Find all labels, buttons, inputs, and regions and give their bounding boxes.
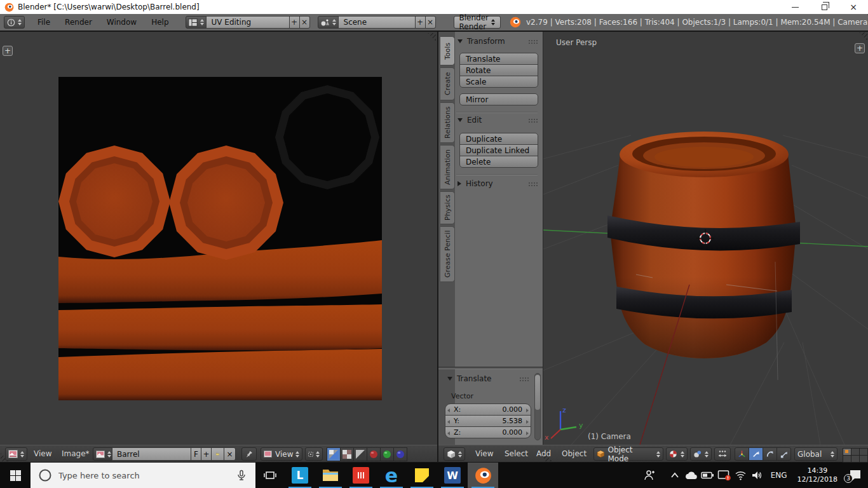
editor-type-button-info[interactable]: [4, 16, 25, 29]
draw-channel-color-alpha-button[interactable]: [327, 447, 341, 461]
rotate-button[interactable]: Rotate: [459, 64, 538, 76]
battery-icon[interactable]: [700, 463, 716, 488]
translate-button[interactable]: Translate: [459, 53, 538, 65]
menu-render[interactable]: Render: [65, 18, 92, 27]
menu-view[interactable]: View: [34, 449, 51, 458]
layer-cell[interactable]: [851, 449, 859, 455]
browse-image-button[interactable]: [93, 447, 114, 461]
task-view-button[interactable]: [255, 463, 285, 488]
layers-widget[interactable]: [843, 448, 868, 463]
taskbar-search[interactable]: [31, 463, 255, 488]
layer-cell[interactable]: [843, 449, 851, 455]
mirror-button[interactable]: Mirror: [459, 93, 538, 105]
mode-select[interactable]: Object Mode: [593, 447, 663, 461]
add-scene-button[interactable]: +: [415, 16, 426, 29]
scrollbar-thumb[interactable]: [535, 375, 540, 410]
viewport-shading-select[interactable]: [666, 447, 688, 461]
manipulate-center-points-toggle[interactable]: [714, 447, 731, 461]
scene-field[interactable]: Scene: [338, 16, 416, 29]
manipulator-translate-button[interactable]: [749, 447, 763, 461]
region-splitter[interactable]: [438, 367, 543, 369]
tab-grease-pencil[interactable]: Grease Pencil: [440, 226, 455, 282]
scene-icon-button[interactable]: [318, 16, 339, 29]
taskbar-app-media[interactable]: [346, 463, 376, 488]
viewport-3d-canvas[interactable]: User Persp (1) Camera z y x +: [543, 32, 868, 445]
panel-header-transform[interactable]: Transform: [458, 36, 538, 47]
layer-cell[interactable]: [843, 456, 851, 462]
panel-drag-dots-icon[interactable]: [528, 118, 538, 123]
open-image-button[interactable]: [211, 447, 224, 461]
barrel-object[interactable]: [607, 132, 800, 358]
unlink-image-button[interactable]: ×: [224, 447, 236, 461]
taskbar-app-sticky-notes[interactable]: [407, 463, 437, 488]
clock[interactable]: 14:39 12/12/2018: [792, 466, 843, 484]
draw-channel-alpha-button[interactable]: [340, 447, 354, 461]
layer-cell[interactable]: [860, 449, 867, 455]
menu-object[interactable]: Object: [562, 449, 587, 458]
uv-image-editor-canvas[interactable]: +: [0, 32, 437, 445]
manipulator-scale-button[interactable]: [776, 447, 791, 461]
vector-x-field[interactable]: X: 0.000: [445, 403, 531, 416]
image-name-field[interactable]: Barrel: [112, 447, 191, 461]
wifi-icon[interactable]: [733, 463, 749, 488]
panel-drag-dots-icon[interactable]: [519, 377, 529, 381]
duplicate-button[interactable]: Duplicate: [459, 133, 538, 145]
vector-z-field[interactable]: Z: 0.000: [445, 426, 531, 438]
close-layout-button[interactable]: ×: [299, 16, 310, 29]
editor-type-button-image[interactable]: [5, 447, 27, 461]
menu-help[interactable]: Help: [151, 18, 168, 27]
draw-channel-blue-button[interactable]: [393, 447, 407, 461]
panel-drag-dots-icon[interactable]: [528, 182, 538, 186]
microphone-icon[interactable]: [235, 469, 248, 482]
language-indicator[interactable]: ENG: [766, 471, 792, 480]
new-image-button[interactable]: +: [201, 447, 212, 461]
tab-relations[interactable]: Relations: [440, 102, 455, 143]
editor-type-button-3dview[interactable]: [444, 447, 465, 461]
action-center-button[interactable]: 3: [843, 463, 868, 488]
minimize-button[interactable]: [780, 0, 810, 14]
draw-channel-green-button[interactable]: [380, 447, 394, 461]
delete-button[interactable]: Delete: [459, 156, 538, 168]
taskbar-app-word[interactable]: W: [437, 463, 468, 488]
display-alert-icon[interactable]: [716, 463, 733, 488]
manipulator-toggle-button[interactable]: [735, 447, 749, 461]
draw-channel-red-button[interactable]: [367, 447, 381, 461]
panel-header-history[interactable]: History: [458, 178, 538, 189]
start-button[interactable]: [0, 463, 31, 488]
taskbar-app-edge[interactable]: e: [376, 463, 407, 488]
volume-icon[interactable]: [749, 463, 766, 488]
menu-select[interactable]: Select: [505, 449, 528, 458]
tab-physics[interactable]: Physics: [440, 191, 455, 224]
render-slot-select[interactable]: View: [261, 447, 302, 461]
menu-window[interactable]: Window: [107, 18, 137, 27]
tray-expand-chevron-icon[interactable]: [667, 463, 683, 488]
close-button[interactable]: ×: [839, 0, 868, 14]
menu-file[interactable]: File: [37, 18, 50, 27]
taskbar-app-blender[interactable]: [468, 463, 498, 488]
restore-button[interactable]: [810, 0, 839, 14]
duplicate-linked-button[interactable]: Duplicate Linked: [459, 144, 538, 156]
tab-tools[interactable]: Tools: [440, 36, 455, 65]
scale-button[interactable]: Scale: [459, 76, 538, 88]
tab-animation[interactable]: Animation: [440, 145, 455, 189]
menu-image[interactable]: Image*: [62, 449, 90, 458]
manipulator-rotate-button[interactable]: [763, 447, 777, 461]
transform-orientation-select[interactable]: Global: [794, 447, 837, 461]
render-engine-select[interactable]: Blender Render: [454, 16, 501, 29]
pivot-select[interactable]: [305, 447, 323, 461]
region-expand-button[interactable]: +: [855, 43, 865, 53]
add-layout-button[interactable]: +: [289, 16, 300, 29]
panel-drag-dots-icon[interactable]: [528, 39, 538, 44]
layer-cell[interactable]: [860, 456, 867, 462]
panel-header-operator-translate[interactable]: Translate: [447, 373, 538, 384]
menu-add[interactable]: Add: [536, 449, 551, 458]
search-input[interactable]: [58, 471, 211, 480]
vector-y-field[interactable]: Y: 5.538: [445, 415, 531, 427]
pin-button[interactable]: [241, 447, 257, 461]
onedrive-icon[interactable]: [683, 463, 700, 488]
menu-view[interactable]: View: [475, 449, 493, 458]
people-icon[interactable]: [641, 463, 658, 488]
taskbar-app-line[interactable]: L: [285, 463, 315, 488]
region-expand-button[interactable]: +: [3, 46, 13, 56]
panel-header-edit[interactable]: Edit: [458, 114, 538, 126]
